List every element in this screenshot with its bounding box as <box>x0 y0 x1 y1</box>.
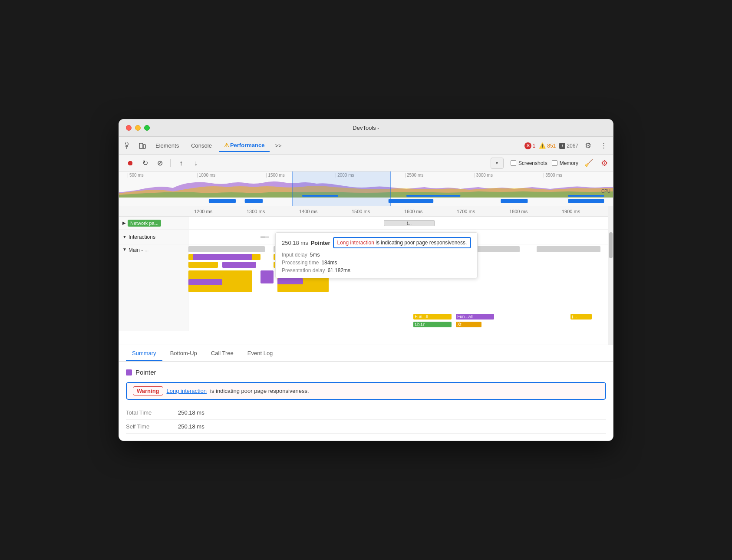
ruler2-1900: 1900 ms <box>561 209 613 214</box>
error-x-icon: ✕ <box>524 142 531 149</box>
screenshots-checkbox[interactable]: Screenshots <box>511 160 547 166</box>
ruler-mark-3500: 3500 ms <box>544 173 613 178</box>
network-label-text: Network pa... <box>128 220 161 227</box>
bottom-tabs: Summary Bottom-Up Call Tree Event Log <box>119 345 613 362</box>
tab-bottom-up[interactable]: Bottom-Up <box>164 346 203 361</box>
memory-label: Memory <box>560 160 578 166</box>
tab-elements[interactable]: Elements <box>150 140 184 152</box>
total-time-label: Total Time <box>126 409 178 416</box>
svg-rect-6 <box>406 195 460 197</box>
processing-time-value: 184ms <box>321 260 337 266</box>
minimize-button[interactable] <box>135 125 141 131</box>
timeline-overview: 500 ms 1000 ms 1500 ms 2000 ms 2500 ms 3… <box>119 171 613 206</box>
task-bar-5 <box>537 246 600 252</box>
tooltip-input-delay: Input delay 5ms <box>282 252 471 258</box>
timeline-scrollbar[interactable] <box>608 206 613 345</box>
scrollbar-thumb[interactable] <box>609 232 613 258</box>
pointer-color-swatch <box>126 369 132 376</box>
summary-section-title: Pointer <box>135 369 156 376</box>
self-time-value: 250.18 ms <box>178 423 204 430</box>
settings-icon[interactable]: ⚙ <box>582 140 594 152</box>
screenshots-cb-box[interactable] <box>511 160 516 166</box>
tooltip-header: 250.18 ms Pointer Long interaction is in… <box>282 237 471 248</box>
main-label-dots: ... <box>145 247 148 252</box>
ruler-mark-3000: 3000 ms <box>475 173 544 178</box>
performance-settings-icon[interactable]: ⚙ <box>601 158 608 168</box>
main-collapse-arrow[interactable]: ▼ <box>122 247 127 252</box>
flame-purple-narrow <box>260 270 273 283</box>
network-item-t: t... <box>384 220 435 226</box>
memory-cb-box[interactable] <box>552 160 557 166</box>
flame-yellow-3 <box>188 262 218 268</box>
tab-console[interactable]: Console <box>186 140 217 152</box>
ruler-mark-1000: 1000 ms <box>197 173 267 178</box>
svg-rect-11 <box>501 199 528 203</box>
tab-event-log[interactable]: Event Log <box>241 346 279 361</box>
warning-message-text: is indicating poor page responsiveness. <box>210 388 309 394</box>
upload-button[interactable]: ↑ <box>175 157 187 169</box>
svg-rect-12 <box>568 199 604 203</box>
reload-button[interactable]: ↻ <box>139 157 151 169</box>
tooltip-long-interaction-link[interactable]: Long interaction <box>337 240 374 246</box>
flame-purple-4 <box>222 262 256 268</box>
self-time-row: Self Time 250.18 ms <box>126 420 606 434</box>
flame-xt: Xt <box>456 322 481 327</box>
warning-triangle-icon: ⚠️ <box>539 142 546 149</box>
processing-time-label: Processing time <box>282 260 319 266</box>
summary-pointer-header: Pointer <box>126 369 606 376</box>
warning-badge: ⚠️ 851 <box>539 142 556 149</box>
memory-checkbox[interactable]: Memory <box>552 160 578 166</box>
network-expand-arrow[interactable]: ▶ <box>122 221 126 225</box>
close-button[interactable] <box>126 125 132 131</box>
svg-rect-0 <box>125 143 128 145</box>
interaction-tooltip: 250.18 ms Pointer Long interaction is in… <box>275 232 478 278</box>
maximize-button[interactable] <box>144 125 150 131</box>
cpu-label: CPU <box>601 189 610 194</box>
flame-paren: (... <box>570 314 592 320</box>
ruler2-1400: 1400 ms <box>298 209 350 214</box>
interactions-label-text: Interactions <box>129 234 155 240</box>
clean-icon[interactable]: 🧹 <box>583 157 595 169</box>
tooltip-presentation-delay: Presentation delay 61.182ms <box>282 267 471 273</box>
device-mode-icon[interactable] <box>136 140 148 152</box>
tooltip-processing-time: Processing time 184ms <box>282 260 471 266</box>
tab-more-button[interactable]: >> <box>271 141 285 151</box>
flame-purple-2 <box>201 254 252 260</box>
ruler2-1500: 1500 ms <box>350 209 403 214</box>
ruler2-1700: 1700 ms <box>455 209 508 214</box>
clear-button[interactable]: ⊘ <box>154 157 166 169</box>
window-title: DevTools - <box>353 125 379 131</box>
flame-purple-nested <box>188 279 222 285</box>
svg-rect-8 <box>209 199 236 203</box>
ruler-mark-2000: 2000 ms <box>336 173 405 178</box>
more-options-icon[interactable]: ⋮ <box>597 140 610 152</box>
svg-rect-3 <box>139 143 143 148</box>
presentation-delay-value: 61.182ms <box>327 267 350 273</box>
network-track-row: ▶ Network pa... t... <box>119 217 613 230</box>
ruler-mark-1500: 1500 ms <box>266 173 336 178</box>
element-picker-icon[interactable] <box>122 140 135 152</box>
tab-summary[interactable]: Summary <box>126 346 162 361</box>
info-badge: ! 2067 <box>559 143 578 149</box>
svg-rect-7 <box>568 195 604 197</box>
warning-long-interaction-link[interactable]: Long interaction <box>167 388 207 394</box>
info-square-icon: ! <box>559 143 565 149</box>
input-delay-value: 5ms <box>310 252 320 258</box>
record-button[interactable]: ⏺ <box>124 157 136 169</box>
ruler2-1600: 1600 ms <box>403 209 455 214</box>
flame-tbtr: t.b.t.r <box>413 322 452 327</box>
svg-rect-9 <box>245 199 263 203</box>
tab-call-tree[interactable]: Call Tree <box>205 346 240 361</box>
total-time-value: 250.18 ms <box>178 409 204 416</box>
interactions-collapse-arrow[interactable]: ▼ <box>122 234 127 239</box>
tab-bar-right: ✕ 1 ⚠️ 851 ! 2067 ⚙ ⋮ <box>524 140 610 152</box>
summary-warning-box: Warning Long interaction is indicating p… <box>126 382 606 400</box>
tab-performance[interactable]: ⚠Performance <box>219 139 270 152</box>
error-badge: ✕ 1 <box>524 142 536 149</box>
download-button[interactable]: ↓ <box>190 157 202 169</box>
traffic-lights <box>126 125 150 131</box>
interaction-marker <box>260 237 269 237</box>
profile-dropdown[interactable]: ▾ <box>491 158 504 169</box>
self-time-label: Self Time <box>126 423 178 430</box>
title-bar: DevTools - <box>119 119 613 137</box>
